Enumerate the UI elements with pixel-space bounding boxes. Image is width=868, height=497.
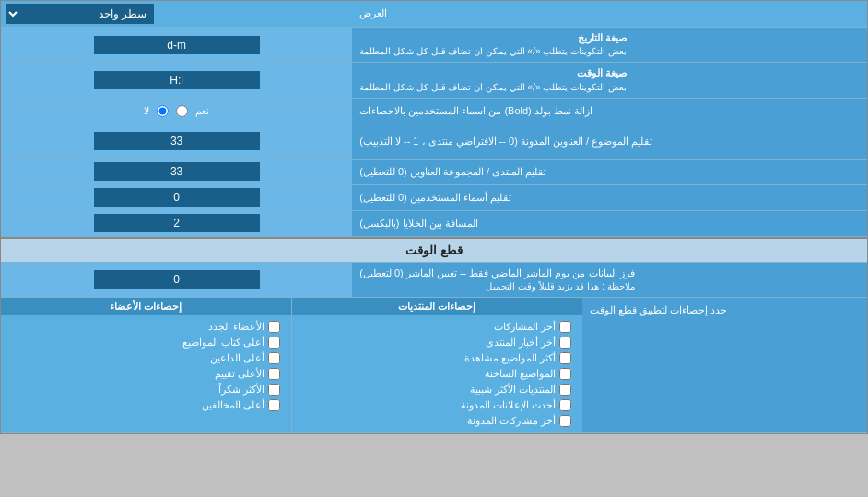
cb-most-thankful[interactable] xyxy=(268,384,280,396)
cb-new-members[interactable] xyxy=(268,321,280,333)
cutoff-row: فرز البيانات من يوم الماشر الماضي فقط --… xyxy=(1,263,867,298)
topics-trim-row: تقليم الموضوع / العناوين المدونة (0 -- ا… xyxy=(1,124,867,160)
bold-no-radio[interactable] xyxy=(157,105,169,117)
date-format-input[interactable] xyxy=(94,36,260,54)
cb-most-viewed[interactable] xyxy=(559,352,571,364)
users-trim-input[interactable] xyxy=(94,188,260,207)
cb-top-topic-writers[interactable] xyxy=(268,337,280,349)
topics-trim-input-cell xyxy=(1,124,352,159)
col2-checkboxes: الأعضاء الجدد أعلى كتاب المواضيع أعلى ال… xyxy=(1,315,291,432)
cutoff-section-header: قطع الوقت xyxy=(1,237,867,263)
stats-checkboxes-area: إحصاءات المنتديات إحصاءات الأعضاء أخر ال… xyxy=(1,298,582,432)
stats-checkboxes-row: حدد إحصاءات لتطبيق قطع الوقت إحصاءات الم… xyxy=(1,298,867,433)
users-trim-row: تقليم أسماء المستخدمين (0 للتعطيل) xyxy=(1,185,867,211)
gap-input-cell xyxy=(1,211,352,236)
bold-radio-cell: نعم لا xyxy=(1,99,352,124)
date-format-input-cell xyxy=(1,28,352,62)
forum-trim-row: تقليم المنتدى / المجموعة العناوين (0 للت… xyxy=(1,160,867,185)
cb-top-violators[interactable] xyxy=(268,399,280,411)
forum-trim-input[interactable] xyxy=(94,162,260,181)
col2-header: إحصاءات الأعضاء xyxy=(1,298,291,315)
cutoff-input-cell xyxy=(1,263,352,297)
display-row: العرض سطر واحد سطرين ثلاثة أسطر xyxy=(1,1,867,28)
date-format-row: صيغة التاريخ بعض التكوينات يتطلب «/» الت… xyxy=(1,28,867,63)
users-trim-input-cell xyxy=(1,185,352,210)
cutoff-input[interactable] xyxy=(94,270,260,289)
time-format-label-cell: صيغة الوقت بعض التكوينات يتطلب «/» التي … xyxy=(352,63,867,97)
forum-trim-label: تقليم المنتدى / المجموعة العناوين (0 للت… xyxy=(352,160,867,184)
cb-last-posts[interactable] xyxy=(559,321,571,333)
time-format-row: صيغة الوقت بعض التكوينات يتطلب «/» التي … xyxy=(1,63,867,98)
display-label: العرض xyxy=(352,1,867,27)
stats-limit-label: حدد إحصاءات لتطبيق قطع الوقت xyxy=(582,298,867,432)
cb-latest-announcements[interactable] xyxy=(559,399,571,411)
gap-row: المسافة بين الخلايا (بالبكسل) xyxy=(1,211,867,237)
cb-last-news[interactable] xyxy=(559,337,571,349)
users-trim-label: تقليم أسماء المستخدمين (0 للتعطيل) xyxy=(352,185,867,210)
forum-trim-input-cell xyxy=(1,160,352,184)
date-format-label-cell: صيغة التاريخ بعض التكوينات يتطلب «/» الت… xyxy=(352,28,867,62)
col1-header: إحصاءات المنتديات xyxy=(291,298,582,315)
topics-trim-input[interactable] xyxy=(94,132,260,150)
time-format-input[interactable] xyxy=(94,71,260,89)
cb-top-rated[interactable] xyxy=(268,368,280,380)
gap-input[interactable] xyxy=(94,214,260,232)
cb-popular-forums[interactable] xyxy=(559,384,571,396)
bold-label-cell: ازالة نمط بولد (Bold) من اسماء المستخدمي… xyxy=(352,99,867,124)
topics-trim-label: تقليم الموضوع / العناوين المدونة (0 -- ا… xyxy=(352,124,867,159)
display-select-cell: سطر واحد سطرين ثلاثة أسطر xyxy=(1,1,352,27)
cb-hot-topics[interactable] xyxy=(559,368,571,380)
bold-yes-label: نعم xyxy=(195,105,209,117)
bold-row: ازالة نمط بولد (Bold) من اسماء المستخدمي… xyxy=(1,99,867,124)
gap-label: المسافة بين الخلايا (بالبكسل) xyxy=(352,211,867,236)
time-format-input-cell xyxy=(1,63,352,97)
cb-top-inviters[interactable] xyxy=(268,352,280,364)
cb-last-blog-posts[interactable] xyxy=(559,415,571,427)
col1-checkboxes: أخر المشاركات أخر أخبار المنتدى أكثر الم… xyxy=(291,315,582,432)
cutoff-label-cell: فرز البيانات من يوم الماشر الماضي فقط --… xyxy=(352,263,867,297)
display-select[interactable]: سطر واحد سطرين ثلاثة أسطر xyxy=(6,4,154,24)
bold-yes-radio[interactable] xyxy=(176,105,188,117)
bold-no-label: لا xyxy=(144,105,149,117)
